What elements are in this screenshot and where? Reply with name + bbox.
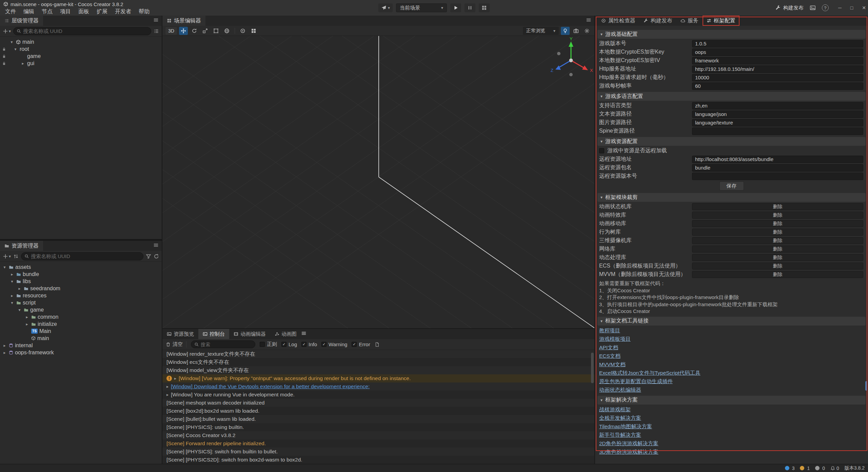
log-row[interactable]: [Scene] Cocos Creator v3.8.2 — [162, 431, 594, 439]
log-row[interactable]: ▸ [Window] You are running Vue in develo… — [162, 391, 594, 399]
doc-link-ecs[interactable]: ECS文档 — [595, 352, 868, 360]
delete-module-button[interactable]: 删除 — [692, 237, 863, 244]
spine-path-input[interactable] — [692, 127, 863, 135]
expanded-chevron-icon[interactable]: ▾ — [17, 308, 22, 312]
asset-row-oops-framework[interactable]: ▸ oops-framework — [0, 349, 162, 356]
rotate-tool-button[interactable] — [190, 27, 199, 35]
maximize-button[interactable]: □ — [850, 5, 853, 11]
tab-property-inspector[interactable]: 属性检查器 — [597, 16, 639, 26]
menu-developer[interactable]: 开发者 — [111, 8, 135, 15]
tab-animation-graph[interactable]: 动画图 — [270, 329, 301, 339]
hierarchy-node-main[interactable]: ▾ main — [0, 38, 162, 45]
tab-assets-preview[interactable]: 资源预览 — [162, 329, 198, 339]
build-publish-button[interactable]: 构建发布 — [775, 5, 804, 11]
expand-chevron-icon[interactable]: ▸ — [174, 376, 176, 381]
collapsed-chevron-icon[interactable]: ▸ — [24, 322, 29, 327]
console-scrollbar[interactable] — [591, 353, 594, 383]
expanded-chevron-icon[interactable]: ▾ — [2, 265, 7, 270]
solution-link-3d-rpg[interactable]: 3D角色扮演游戏解决方案 — [595, 448, 868, 456]
image-path-input[interactable] — [692, 119, 863, 126]
console-search[interactable] — [191, 340, 255, 348]
snap-button[interactable] — [249, 27, 258, 35]
tab-build-publish[interactable]: 构建发布 — [639, 16, 676, 26]
axis-gizmo[interactable]: Y X Z — [547, 37, 594, 84]
menu-panel[interactable]: 面板 — [75, 8, 93, 15]
section-solutions[interactable]: ▾ 框架解决方案 — [597, 396, 866, 405]
asset-row-libs[interactable]: ▾ libs — [0, 278, 162, 285]
gizmo-space-button[interactable] — [222, 27, 231, 35]
notification-badge[interactable]: 0 — [830, 466, 839, 471]
menu-project[interactable]: 项目 — [56, 8, 75, 15]
asset-row-common[interactable]: ▸ common — [0, 313, 162, 320]
toggle-3d-button[interactable]: 3D — [165, 27, 177, 35]
assets-search-input[interactable] — [31, 253, 140, 259]
delete-module-button[interactable]: 删除 — [692, 220, 863, 227]
collapsed-chevron-icon[interactable]: ▸ — [20, 61, 25, 66]
doc-link-mvvm[interactable]: MVVM文档 — [595, 360, 868, 369]
assets-menu-button[interactable] — [153, 242, 159, 250]
expand-chevron-icon[interactable]: ▸ — [166, 384, 169, 389]
delete-module-button[interactable]: 删除 — [692, 212, 863, 219]
log-row-warning[interactable]: [Scene] Forward render pipeline initiali… — [162, 439, 594, 448]
clear-console-button[interactable]: 清空 — [166, 341, 186, 348]
solution-link-fullstack[interactable]: 全栈开发解决方案 — [595, 414, 868, 422]
preview-target-button[interactable]: ▾ — [378, 3, 393, 12]
collapsed-chevron-icon[interactable]: ▸ — [24, 315, 29, 319]
collapsed-chevron-icon[interactable]: ▸ — [17, 286, 22, 291]
expanded-chevron-icon[interactable]: ▾ — [13, 47, 18, 52]
scene-menu-button[interactable] — [586, 17, 591, 24]
close-button[interactable]: ✕ — [862, 5, 866, 11]
delete-module-button[interactable]: 删除 — [692, 245, 863, 253]
section-game-basic-config[interactable]: ▾ 游戏基础配置 — [597, 30, 866, 39]
hierarchy-search[interactable] — [13, 27, 151, 35]
tab-assets[interactable]: 资源管理器 — [0, 241, 43, 251]
delete-module-button[interactable]: 删除 — [692, 254, 863, 261]
doc-link-tutorial[interactable]: 教程项目 — [595, 326, 868, 335]
solution-link-tactics[interactable]: 战棋游戏框架 — [595, 405, 868, 414]
collapsed-chevron-icon[interactable]: ▸ — [2, 350, 7, 355]
rect-tool-button[interactable] — [212, 27, 220, 35]
create-asset-button[interactable]: ▾ — [3, 254, 11, 259]
tab-animation-editor[interactable]: 动画编辑器 — [229, 329, 270, 339]
log-row[interactable]: [Scene] [bullet]:bullet wasm lib loaded. — [162, 415, 594, 423]
delete-module-button[interactable]: 删除 — [692, 229, 863, 236]
crypto-key-input[interactable] — [692, 48, 863, 56]
pivot-button[interactable] — [238, 27, 247, 35]
lock-icon[interactable] — [2, 61, 6, 65]
hierarchy-search-input[interactable] — [23, 28, 148, 34]
tab-hierarchy[interactable]: 层级管理器 — [0, 16, 43, 26]
hierarchy-node-root[interactable]: ▾ root — [0, 45, 162, 53]
remote-url-input[interactable] — [692, 156, 863, 163]
console-menu-button[interactable] — [301, 331, 307, 338]
move-tool-button[interactable] — [179, 27, 188, 35]
delete-module-button[interactable]: 删除 — [692, 203, 863, 210]
collapsed-chevron-icon[interactable]: ▸ — [9, 293, 15, 298]
asset-row-initialize[interactable]: ▸ initialize — [0, 320, 162, 328]
delete-module-button[interactable]: 删除 — [692, 262, 863, 270]
doc-link-api[interactable]: API文档 — [595, 343, 868, 352]
tab-scene-editor[interactable]: 场景编辑器 — [162, 16, 205, 26]
menu-node[interactable]: 节点 — [38, 8, 56, 15]
log-row[interactable]: [Window] model_view文件夹不存在 — [162, 366, 594, 374]
section-module-trim[interactable]: ▾ 框架模块裁剪 — [597, 193, 866, 202]
text-path-input[interactable] — [692, 111, 863, 118]
collapsed-chevron-icon[interactable]: ▸ — [2, 343, 7, 348]
filter-error-checkbox[interactable]: ✓ Error — [352, 341, 370, 347]
camera-settings-button[interactable] — [572, 27, 580, 35]
asset-row-game[interactable]: ▾ game — [0, 306, 162, 313]
log-row[interactable]: [Scene] [box2d]:box2d wasm lib loaded. — [162, 407, 594, 415]
inspector-scrollbar[interactable] — [865, 381, 867, 391]
create-node-button[interactable]: ▾ — [3, 28, 11, 34]
section-doc-links[interactable]: ▾ 框架文档工具链接 — [597, 317, 866, 326]
expanded-chevron-icon[interactable]: ▾ — [9, 300, 15, 305]
assets-refresh-button[interactable] — [154, 254, 159, 259]
hierarchy-menu-button[interactable] — [153, 17, 159, 24]
assets-filter-button[interactable] — [146, 254, 151, 259]
assets-search[interactable] — [21, 252, 143, 260]
tab-framework-config[interactable]: 框架配置 — [703, 16, 739, 26]
log-row[interactable]: [Scene] [PHYSICS2D]: switch from box2d-w… — [162, 456, 594, 464]
solution-link-tiledmap[interactable]: Tiledmap地图解决方案 — [595, 422, 868, 431]
scene-viewport[interactable]: Y X Z — [162, 36, 594, 328]
remote-load-checkbox[interactable] — [599, 148, 604, 153]
scale-tool-button[interactable] — [201, 27, 210, 35]
